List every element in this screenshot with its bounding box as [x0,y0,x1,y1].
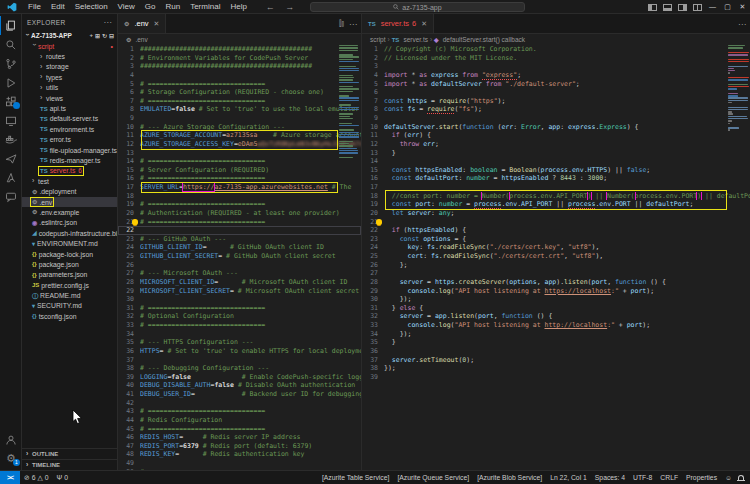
tree-item--env[interactable]: ⚙.env [22,197,117,207]
code-line: 4 [118,71,361,80]
tree-item--deployment[interactable]: ⚙.deployment [22,186,117,196]
ports-status[interactable]: Ψ0 [53,474,72,481]
close-tab-icon[interactable]: ✕ [154,20,160,28]
lightbulb-icon[interactable] [132,219,138,225]
tree-item-utils[interactable]: ›utils [22,83,117,93]
menu-terminal[interactable]: Terminal [185,2,225,11]
problems-status[interactable]: ⊘6 △0 [20,474,53,482]
new-folder-icon[interactable]: ⊞ [95,32,100,39]
menu-go[interactable]: Go [140,2,161,11]
tree-item-security-md[interactable]: ▾SECURITY.md [22,301,117,311]
toggle-secondary-sidebar-icon[interactable] [678,4,687,11]
editor-more-icon[interactable]: ⋯ [349,20,357,29]
breadcrumb[interactable]: ⚙ .env [118,34,361,45]
breadcrumb[interactable]: script › TS server.ts › ◈ defaultServer.… [362,34,750,45]
customize-layout-icon[interactable] [693,4,702,11]
tree-item-api-ts[interactable]: TSapi.ts [22,103,117,113]
code-editor-serverts[interactable]: 1// Copyright (c) Microsoft Corporation.… [362,45,750,470]
activity-source-control-icon[interactable] [0,54,22,73]
menu-view[interactable]: View [113,2,140,11]
tree-item-error-ts[interactable]: TSerror.ts [22,135,117,145]
menu-help[interactable]: Help [225,2,251,11]
tree-item-default-server-ts[interactable]: TSdefault-server.ts [22,114,117,124]
maximize-button[interactable]: ▢ [720,0,735,14]
code-line: 46REDIS_HOST= # Redis server IP address [118,433,361,442]
status-ln-22-col-1[interactable]: Ln 22, Col 1 [546,474,591,481]
tree-item-environment-ts[interactable]: TSenvironment.ts [22,124,117,134]
nav-history-arrows[interactable]: ← → [266,2,299,12]
explorer-more-icon[interactable]: ⋯ [104,18,112,27]
status-spaces-4[interactable]: Spaces: 4 [591,474,629,481]
explorer-actions[interactable]: +⊞↻⊟ [89,32,114,39]
timeline-section[interactable]: › TIMELINE [22,459,117,470]
tree-item-routes[interactable]: ›routes [22,51,117,61]
status-azurite-blob-service[interactable]: [Azurite Blob Service] [473,474,546,481]
status-crlf[interactable]: CRLF [656,474,682,481]
tree-item-server-ts[interactable]: TSserver.ts6 [22,166,117,176]
project-root-row[interactable]: › AZ-7135-APP +⊞↻⊟ [22,30,117,41]
line-number: 39 [118,373,140,382]
minimap[interactable] [339,45,360,159]
settings-gear-icon[interactable]: ⚙1 [0,449,22,468]
activity-search-icon[interactable] [0,35,22,54]
tree-item--eslintrc-json[interactable]: ◉.eslintrc.json [22,218,117,228]
editor-more-icon[interactable]: ⋯ [738,20,746,29]
activity-extensions-icon[interactable] [0,92,22,111]
tree-item-package-json[interactable]: {}package.json [22,259,117,269]
toggle-sidebar-icon[interactable] [648,4,657,11]
tree-item-test[interactable]: ›test [22,176,117,186]
menu-file[interactable]: File [23,2,46,11]
status-properties[interactable]: Properties [682,474,721,481]
new-file-icon[interactable]: + [89,32,93,39]
tree-item-file-upload-manager-ts[interactable]: TSfile-upload-manager.ts [22,145,117,155]
menu-edit[interactable]: Edit [46,2,70,11]
activity-explorer-icon[interactable] [0,16,22,35]
tree-item-tsconfig-json[interactable]: {}tsconfig.json [22,311,117,321]
activity-remote-explorer-icon[interactable] [0,111,22,130]
menu-run[interactable]: Run [160,2,185,11]
tree-item-script[interactable]: ›script• [22,41,117,51]
status-utf-8[interactable]: UTF-8 [629,474,656,481]
tree-item-package-lock-json[interactable]: {}package-lock.json [22,249,117,259]
tree-item-views[interactable]: ›views [22,93,117,103]
tree-item-codepush-infrastructure-bi-[interactable]: ◢codepush-infrastructure.bi... [22,228,117,238]
account-icon[interactable] [0,430,22,449]
line-number: 12 [362,140,384,149]
menu-selection[interactable]: Selection [70,2,113,11]
tree-item-environment-md[interactable]: ▾ENVIRONMENT.md [22,238,117,248]
tab-env[interactable]: ⚙ .env ✕ [118,14,166,33]
minimize-button[interactable]: — [705,0,720,14]
notifications-bell-icon[interactable] [738,475,744,480]
close-button[interactable]: ✕ [735,0,750,14]
activity-run-debug-icon[interactable] [0,73,22,92]
tree-item-redis-manager-ts[interactable]: TSredis-manager.ts [22,155,117,165]
status-azurite-table-service[interactable]: [Azurite Table Service] [318,474,394,481]
feedback-icon[interactable]: ☺ [721,474,736,481]
refresh-icon[interactable]: ↻ [102,32,107,39]
tree-item-prettier-config-js[interactable]: JSprettier.config.js [22,280,117,290]
tree-item-readme-md[interactable]: ⓘREADME.md [22,290,117,300]
remote-indicator[interactable]: >< [0,471,20,484]
eslint-icon: ◉ [32,220,37,226]
activity-azure-icon[interactable] [0,168,22,187]
status-azurite-queue-service[interactable]: [Azurite Queue Service] [393,474,473,481]
tree-item-types[interactable]: ›types [22,72,117,82]
tree-item-parameters-json[interactable]: {}parameters.json [22,270,117,280]
code-line: 20# Authentication (REQUIRED - at least … [118,209,361,218]
code-editor-env[interactable]: 1#######################################… [118,45,361,470]
split-editor-icon[interactable]: ⫿⫾ [339,19,344,29]
collapse-all-icon[interactable]: ⊟ [109,32,114,39]
tab-serverts[interactable]: TS server.ts 6 ✕ [362,14,434,33]
toggle-panel-icon[interactable] [663,4,672,11]
activity-chat-icon[interactable] [0,187,22,206]
explorer-title: EXPLORER [27,19,66,26]
minimap[interactable] [728,45,749,134]
activity-docker-icon[interactable] [0,130,22,149]
lightbulb-icon[interactable] [376,219,382,225]
activity-deploy-icon[interactable] [0,149,22,168]
outline-section[interactable]: › OUTLINE [22,448,117,459]
tree-item--env-example[interactable]: ⚙.env.example [22,207,117,217]
close-tab-icon[interactable]: ✕ [421,20,427,28]
tree-item-storage[interactable]: ›storage [22,62,117,72]
command-center-search[interactable]: az-7135-app [310,2,525,12]
